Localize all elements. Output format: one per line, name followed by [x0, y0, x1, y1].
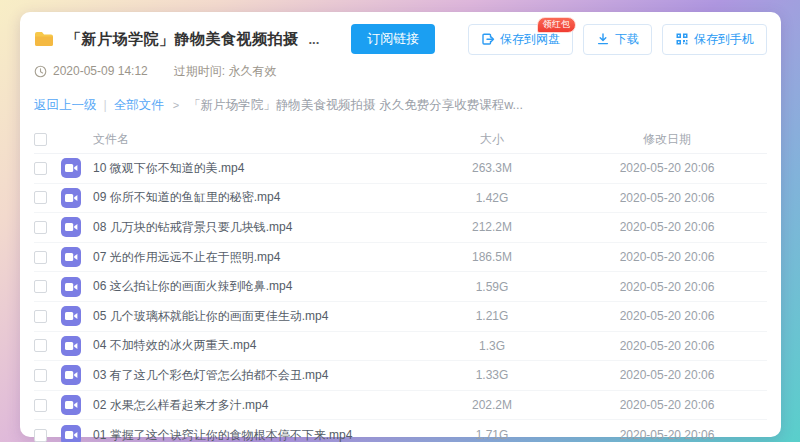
table-row[interactable]: 08 几万块的钻戒背景只要几块钱.mp4 212.2M 2020-05-20 2… [34, 213, 767, 243]
video-file-icon [61, 365, 81, 385]
file-date: 2020-05-20 20:06 [567, 398, 767, 412]
column-header-date[interactable]: 修改日期 [567, 131, 767, 148]
save-to-cloud-label: 保存到网盘 [500, 31, 560, 48]
clock-icon [34, 65, 47, 78]
row-checkbox[interactable] [34, 191, 47, 204]
file-size: 186.5M [417, 250, 567, 264]
file-size: 212.2M [417, 220, 567, 234]
file-name[interactable]: 10 微观下你不知道的美.mp4 [93, 160, 417, 177]
file-table: 文件名 大小 修改日期 10 微观下你不知道的美.mp4 263.3M 2020… [34, 126, 767, 442]
file-date: 2020-05-20 20:06 [567, 428, 767, 442]
breadcrumb-all-files-link[interactable]: 全部文件 [114, 97, 164, 114]
row-checkbox[interactable] [34, 221, 47, 234]
breadcrumb-arrow: > [173, 99, 179, 111]
table-row[interactable]: 09 你所不知道的鱼缸里的秘密.mp4 1.42G 2020-05-20 20:… [34, 184, 767, 214]
file-size: 263.3M [417, 161, 567, 175]
row-checkbox[interactable] [34, 339, 47, 352]
file-size: 1.71G [417, 428, 567, 442]
file-name[interactable]: 06 这么拍让你的画面火辣到呛鼻.mp4 [93, 278, 417, 295]
row-checkbox[interactable] [34, 369, 47, 382]
file-size: 1.21G [417, 309, 567, 323]
table-row[interactable]: 07 光的作用远远不止在于照明.mp4 186.5M 2020-05-20 20… [34, 243, 767, 273]
column-header-name[interactable]: 文件名 [93, 131, 417, 148]
subscribe-link-button[interactable]: 订阅链接 [351, 24, 435, 54]
video-file-icon [61, 188, 81, 208]
table-row[interactable]: 05 几个玻璃杯就能让你的画面更佳生动.mp4 1.21G 2020-05-20… [34, 302, 767, 332]
column-header-size[interactable]: 大小 [417, 131, 567, 148]
file-date: 2020-05-20 20:06 [567, 309, 767, 323]
video-file-icon [61, 425, 81, 442]
download-icon [596, 32, 610, 46]
video-file-icon [61, 217, 81, 237]
file-date: 2020-05-20 20:06 [567, 339, 767, 353]
row-checkbox[interactable] [34, 251, 47, 264]
save-to-cloud-icon [481, 32, 495, 46]
column-header-name-label: 文件名 [93, 132, 129, 146]
download-button[interactable]: 下载 [583, 24, 652, 55]
file-size: 1.3G [417, 339, 567, 353]
download-label: 下载 [615, 31, 639, 48]
file-name[interactable]: 09 你所不知道的鱼缸里的秘密.mp4 [93, 189, 417, 206]
share-created-time: 2020-05-09 14:12 [53, 64, 148, 78]
file-name[interactable]: 05 几个玻璃杯就能让你的画面更佳生动.mp4 [93, 308, 417, 325]
share-meta: 2020-05-09 14:12 过期时间: 永久有效 [34, 61, 767, 81]
file-size: 1.59G [417, 280, 567, 294]
row-checkbox[interactable] [34, 429, 47, 442]
action-buttons: 领红包 保存到网盘 下载 [468, 24, 767, 55]
table-row[interactable]: 06 这么拍让你的画面火辣到呛鼻.mp4 1.59G 2020-05-20 20… [34, 272, 767, 302]
video-file-icon [61, 306, 81, 326]
video-file-icon [61, 395, 81, 415]
file-name[interactable]: 07 光的作用远远不止在于照明.mp4 [93, 249, 417, 266]
row-checkbox[interactable] [34, 310, 47, 323]
video-file-icon [61, 247, 81, 267]
expire-info: 过期时间: 永久有效 [174, 63, 277, 80]
video-file-icon [61, 277, 81, 297]
select-all-checkbox[interactable] [34, 133, 47, 146]
table-header: 文件名 大小 修改日期 [34, 126, 767, 154]
row-checkbox[interactable] [34, 280, 47, 293]
folder-icon [34, 31, 54, 47]
row-checkbox[interactable] [34, 162, 47, 175]
table-row[interactable]: 04 不加特效的冰火两重天.mp4 1.3G 2020-05-20 20:06 [34, 332, 767, 362]
red-packet-badge: 领红包 [537, 17, 576, 33]
file-date: 2020-05-20 20:06 [567, 161, 767, 175]
breadcrumb-current: 「新片场学院」静物美食视频拍摄 永久免费分享收费课程w... [188, 97, 523, 114]
breadcrumb-back-link[interactable]: 返回上一级 [34, 97, 97, 114]
table-row[interactable]: 02 水果怎么样看起来才多汁.mp4 202.2M 2020-05-20 20:… [34, 391, 767, 421]
file-date: 2020-05-20 20:06 [567, 280, 767, 294]
file-size: 1.33G [417, 368, 567, 382]
table-row[interactable]: 03 有了这几个彩色灯管怎么拍都不会丑.mp4 1.33G 2020-05-20… [34, 361, 767, 391]
save-to-cloud-button[interactable]: 领红包 保存到网盘 [468, 24, 573, 55]
file-list: 10 微观下你不知道的美.mp4 263.3M 2020-05-20 20:06… [34, 154, 767, 442]
qr-code-icon [675, 32, 689, 46]
file-date: 2020-05-20 20:06 [567, 250, 767, 264]
file-date: 2020-05-20 20:06 [567, 368, 767, 382]
row-checkbox[interactable] [34, 399, 47, 412]
file-name[interactable]: 04 不加特效的冰火两重天.mp4 [93, 337, 417, 354]
save-to-phone-button[interactable]: 保存到手机 [662, 24, 767, 55]
file-size: 202.2M [417, 398, 567, 412]
share-title: 「新片场学院」静物美食视频拍摄 [66, 30, 299, 49]
share-card: 「新片场学院」静物美食视频拍摄 ... 订阅链接 领红包 保存到网盘 下载 [20, 12, 781, 437]
file-size: 1.42G [417, 191, 567, 205]
file-name[interactable]: 01 掌握了这个诀窍让你的食物根本停不下来.mp4 [93, 427, 417, 442]
table-row[interactable]: 10 微观下你不知道的美.mp4 263.3M 2020-05-20 20:06 [34, 154, 767, 184]
breadcrumb: 返回上一级 | 全部文件 > 「新片场学院」静物美食视频拍摄 永久免费分享收费课… [34, 96, 767, 114]
table-row[interactable]: 01 掌握了这个诀窍让你的食物根本停不下来.mp4 1.71G 2020-05-… [34, 420, 767, 442]
breadcrumb-separator: | [104, 98, 107, 112]
file-name[interactable]: 08 几万块的钻戒背景只要几块钱.mp4 [93, 219, 417, 236]
file-name[interactable]: 02 水果怎么样看起来才多汁.mp4 [93, 397, 417, 414]
file-date: 2020-05-20 20:06 [567, 220, 767, 234]
video-file-icon [61, 336, 81, 356]
save-to-phone-label: 保存到手机 [694, 31, 754, 48]
file-name[interactable]: 03 有了这几个彩色灯管怎么拍都不会丑.mp4 [93, 367, 417, 384]
file-date: 2020-05-20 20:06 [567, 191, 767, 205]
title-ellipsis: ... [309, 32, 320, 47]
video-file-icon [61, 158, 81, 178]
share-header: 「新片场学院」静物美食视频拍摄 ... 订阅链接 领红包 保存到网盘 下载 [34, 22, 767, 56]
